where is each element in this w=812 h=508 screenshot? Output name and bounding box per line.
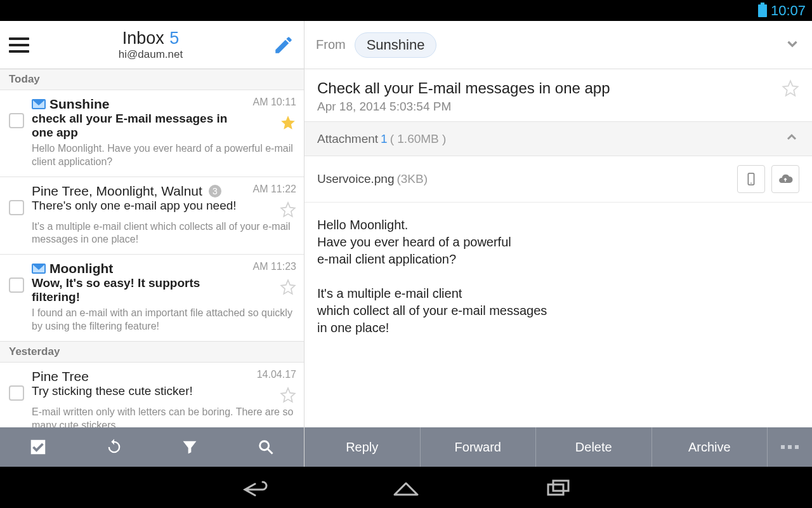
- time: 14.04.17: [257, 369, 296, 380]
- sender: Pine Tree: [32, 369, 89, 384]
- sender: Moonlight: [49, 261, 113, 276]
- cloud-sync-button[interactable]: [771, 165, 799, 193]
- message-item[interactable]: Pine Tree Try sticking these cute sticke…: [0, 363, 304, 427]
- account-email: hi@daum.net: [29, 48, 272, 61]
- battery-icon: [758, 4, 767, 17]
- svg-rect-8: [553, 481, 568, 491]
- svg-point-3: [750, 183, 752, 184]
- message-list-pane: Inbox 5 hi@daum.net Today: [0, 21, 304, 467]
- star-icon[interactable]: [782, 79, 799, 97]
- attachment-item: Uservoice.png (3KB): [304, 156, 812, 203]
- list-toolbar: [0, 427, 304, 467]
- star-icon[interactable]: [280, 387, 296, 403]
- chevron-up-icon: [784, 130, 799, 148]
- from-label: From: [316, 37, 346, 52]
- message-list: Today Sunshine check all your E-mail mes…: [0, 69, 304, 427]
- recent-apps-button[interactable]: [539, 475, 577, 500]
- snippet: Hello Moonlight. Have you ever heard of …: [32, 142, 296, 169]
- filter-button[interactable]: [179, 436, 200, 458]
- clock: 10:07: [771, 3, 806, 19]
- star-icon[interactable]: [280, 114, 296, 131]
- delete-button[interactable]: Delete: [536, 427, 652, 467]
- attachment-bar[interactable]: Attachment 1 ( 1.60MB ): [304, 121, 812, 156]
- time: AM 11:22: [253, 184, 296, 195]
- archive-button[interactable]: Archive: [652, 427, 768, 467]
- detail-header: From Sunshine: [304, 21, 812, 69]
- svg-rect-7: [548, 485, 563, 495]
- thread-count-badge: 3: [209, 185, 221, 197]
- subject: check all your E-mail messages in one ap…: [32, 112, 246, 140]
- attachment-name: Uservoice.png: [317, 172, 394, 186]
- detail-body: Check all your E-mail messages in one ap…: [304, 69, 812, 427]
- message-item[interactable]: Moonlight Wow, It's so easy! It supports…: [0, 255, 304, 342]
- unread-icon: [32, 99, 46, 109]
- select-checkbox[interactable]: [9, 277, 24, 293]
- message-item[interactable]: Sunshine check all your E-mail messages …: [0, 90, 304, 177]
- time: AM 11:23: [253, 261, 296, 272]
- star-icon[interactable]: [280, 201, 296, 218]
- date-separator: Today: [0, 69, 304, 90]
- date-separator: Yesterday: [0, 342, 304, 363]
- subject: Try sticking these cute sticker!: [32, 384, 246, 398]
- snippet: It's a multiple e-mail client which coll…: [32, 220, 296, 247]
- subject: There's only one e-mail app you need!: [32, 199, 246, 213]
- home-button[interactable]: [387, 475, 425, 500]
- svg-point-1: [260, 441, 269, 450]
- select-checkbox[interactable]: [9, 113, 24, 128]
- mail-body: Hello Moonlight. Have you ever heard of …: [304, 203, 812, 351]
- app-frame: Inbox 5 hi@daum.net Today: [0, 21, 812, 467]
- select-all-button[interactable]: [27, 436, 49, 458]
- compose-button[interactable]: [272, 34, 295, 57]
- attachment-label: Attachment: [317, 132, 378, 146]
- sender: Sunshine: [49, 97, 110, 112]
- mail-date: Apr 18, 2014 5:03:54 PM: [317, 100, 782, 114]
- snippet: E-mail written only with letters can be …: [32, 406, 296, 427]
- expand-header-button[interactable]: [784, 36, 801, 55]
- refresh-button[interactable]: [103, 436, 125, 458]
- message-item[interactable]: Pine Tree, Moonlight, Walnut 3 There's o…: [0, 177, 304, 255]
- svg-rect-4: [781, 445, 785, 449]
- star-icon[interactable]: [280, 279, 296, 295]
- sender-chip[interactable]: Sunshine: [355, 32, 437, 58]
- message-detail-pane: From Sunshine Check all your E-mail mess…: [304, 21, 812, 467]
- snippet: I found an e-mail with an important file…: [32, 307, 296, 333]
- time: AM 10:11: [253, 97, 296, 108]
- save-device-button[interactable]: [737, 165, 765, 193]
- svg-rect-5: [788, 445, 792, 449]
- system-nav-bar: [0, 467, 812, 508]
- select-checkbox[interactable]: [9, 385, 24, 401]
- subject-block: Check all your E-mail messages in one ap…: [304, 69, 812, 121]
- search-button[interactable]: [255, 436, 277, 458]
- attachment-file-size: (3KB): [396, 172, 428, 186]
- attachment-count: 1: [381, 132, 388, 146]
- forward-button[interactable]: Forward: [421, 427, 537, 467]
- unread-icon: [32, 264, 46, 274]
- subject: Wow, It's so easy! It supports filtering…: [32, 276, 246, 304]
- inbox-title-block: Inbox 5 hi@daum.net: [29, 29, 272, 61]
- folder-name: Inbox: [122, 29, 164, 48]
- menu-icon[interactable]: [9, 37, 29, 53]
- svg-rect-6: [795, 445, 799, 449]
- sender: Pine Tree, Moonlight, Walnut: [32, 184, 202, 199]
- overflow-menu-button[interactable]: [768, 427, 812, 467]
- select-checkbox[interactable]: [9, 200, 24, 215]
- status-bar: 10:07: [0, 0, 812, 21]
- detail-toolbar: Reply Forward Delete Archive: [304, 427, 812, 467]
- mail-subject: Check all your E-mail messages in one ap…: [317, 79, 782, 97]
- reply-button[interactable]: Reply: [304, 427, 421, 467]
- list-header: Inbox 5 hi@daum.net: [0, 21, 304, 69]
- back-button[interactable]: [235, 475, 273, 500]
- unread-count: 5: [169, 29, 179, 48]
- attachment-size: ( 1.60MB ): [390, 132, 447, 146]
